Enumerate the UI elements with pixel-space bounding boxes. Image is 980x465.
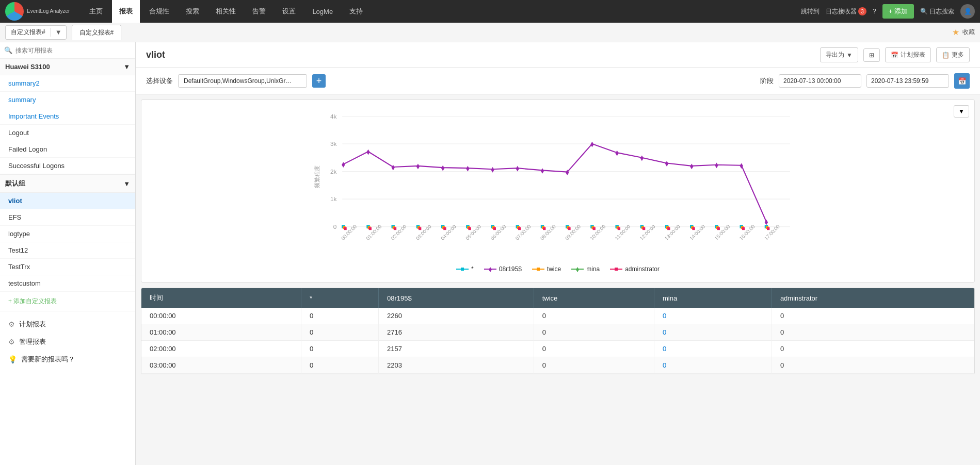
manage-reports-item[interactable]: ⚙ 管理报表 [5, 333, 130, 351]
svg-marker-35 [491, 167, 494, 173]
sidebar-group-huawei[interactable]: Huawei S3100 ▼ [0, 59, 135, 75]
sidebar-item-logtype[interactable]: logtype [0, 226, 135, 242]
cell-time: 02:00:00 [141, 341, 301, 357]
period-start-input[interactable] [779, 74, 861, 88]
content-area: vliot 导出为 ▼ ⊞ 📅 计划报表 📋 更多 [136, 42, 980, 465]
nav-home[interactable]: 主页 [82, 0, 110, 23]
star-icon[interactable]: ★ [952, 27, 959, 37]
cell-time: 01:00:00 [141, 324, 301, 341]
cell-v2: 0 [534, 357, 654, 374]
custom-report-tab[interactable]: 自定义报表# [72, 25, 122, 40]
sidebar: 🔍 Huawei S3100 ▼ summary2 summary Import… [0, 42, 136, 465]
jump-to[interactable]: 跳转到 [801, 7, 820, 16]
cell-v3[interactable]: 0 [654, 324, 772, 341]
log-search[interactable]: 🔍 日志搜索 [920, 7, 954, 16]
cell-star: 0 [301, 357, 379, 374]
cell-v3[interactable]: 0 [654, 308, 772, 324]
cell-v4: 0 [772, 308, 974, 324]
icon-action-button[interactable]: ⊞ [863, 48, 880, 62]
svg-marker-41 [640, 156, 644, 161]
filter-bar: 选择设备 + 阶段 📅 [136, 68, 980, 94]
period-label: 阶段 [760, 76, 774, 86]
cell-v2: 0 [534, 341, 654, 357]
log-receiver[interactable]: 日志接收器 3 [826, 7, 866, 16]
nav-reports[interactable]: 报表 [112, 0, 140, 23]
add-button[interactable]: + 添加 [882, 4, 914, 19]
nav-support[interactable]: 支持 [342, 0, 370, 23]
nav-correlation[interactable]: 相关性 [208, 0, 243, 23]
add-device-button[interactable]: + [312, 74, 326, 88]
nav-logme[interactable]: LogMe [305, 0, 340, 23]
sidebar-item-test12[interactable]: Test12 [0, 242, 135, 259]
sidebar-item-testtrx[interactable]: TestTrx [0, 259, 135, 275]
scheduled-reports-item[interactable]: ⚙ 计划报表 [5, 315, 130, 333]
sidebar-item-failed-logon[interactable]: Failed Logon [0, 141, 135, 158]
cell-v4: 0 [772, 324, 974, 341]
sidebar-search-input[interactable] [15, 47, 131, 54]
dropdown-arrow[interactable]: ▼ [51, 28, 66, 36]
collect-button[interactable]: 收藏 [962, 28, 975, 37]
svg-rect-99 [742, 227, 745, 230]
sub-navigation: 自定义报表# ▼ 自定义报表# ★ 收藏 [0, 23, 980, 42]
logo[interactable]: EventLog Analyzer [5, 2, 70, 21]
period-end-input[interactable] [866, 74, 949, 88]
col-08r195: 08r195$ [378, 288, 534, 308]
sidebar-item-testcustom[interactable]: testcustom [0, 275, 135, 292]
nav-search[interactable]: 搜索 [179, 0, 206, 23]
svg-rect-97 [692, 227, 695, 230]
cell-v1: 2203 [378, 357, 534, 374]
new-report-suggestion[interactable]: 💡 需要新的报表吗？ [5, 351, 130, 368]
svg-marker-39 [590, 142, 593, 147]
sidebar-item-vliot[interactable]: vliot [0, 193, 135, 209]
cell-v1: 2157 [378, 341, 534, 357]
top-navigation: EventLog Analyzer 主页 报表 合规性 搜索 相关性 告警 设置… [0, 0, 980, 23]
user-avatar[interactable]: 👤 [960, 4, 975, 19]
nav-compliance[interactable]: 合规性 [142, 0, 176, 23]
cell-time: 03:00:00 [141, 357, 301, 374]
sidebar-item-efs[interactable]: EFS [0, 209, 135, 226]
filter-label: 选择设备 [146, 76, 173, 86]
calendar-button[interactable]: 📅 [954, 73, 970, 89]
cell-v3[interactable]: 0 [654, 357, 772, 374]
schedule-report-button[interactable]: 📅 计划报表 [885, 47, 931, 62]
sidebar-item-successful-logons[interactable]: Successful Logons [0, 158, 135, 174]
svg-rect-93 [593, 227, 596, 230]
svg-rect-83 [344, 227, 346, 230]
device-filter-input[interactable] [178, 74, 307, 88]
nav-settings[interactable]: 设置 [275, 0, 303, 23]
chart-type-dropdown[interactable]: ▼ [954, 105, 969, 118]
sidebar-item-summary[interactable]: summary [0, 92, 135, 108]
svg-rect-88 [468, 227, 471, 230]
sidebar-item-logout[interactable]: Logout [0, 125, 135, 141]
sidebar-item-important-events[interactable]: Important Events [0, 108, 135, 125]
svg-text:0: 0 [333, 223, 337, 230]
table-row: 02:00:00 0 2157 0 0 0 [141, 341, 974, 357]
svg-rect-91 [543, 227, 545, 230]
cell-v2: 0 [534, 308, 654, 324]
nav-alerts[interactable]: 告警 [245, 0, 273, 23]
sidebar-group-default[interactable]: 默认组 ▼ [0, 174, 135, 193]
help-button[interactable]: ? [873, 8, 876, 15]
add-custom-report-button[interactable]: + 添加自定义报表 [0, 292, 135, 311]
svg-text:4k: 4k [330, 113, 337, 120]
export-button[interactable]: 导出为 ▼ [820, 47, 858, 62]
sidebar-item-summary2[interactable]: summary2 [0, 75, 135, 92]
group2-chevron: ▼ [123, 180, 130, 188]
export-chevron-icon: ▼ [846, 52, 853, 59]
data-table: 时间 * 08r195$ twice mina adminstrator 00:… [141, 288, 975, 374]
svg-marker-32 [416, 164, 420, 170]
more-button[interactable]: 📋 更多 [936, 47, 970, 62]
sidebar-search-area: 🔍 [0, 42, 135, 59]
svg-marker-33 [441, 165, 444, 171]
svg-rect-92 [568, 227, 570, 230]
gear-icon-scheduled: ⚙ [8, 320, 15, 328]
svg-marker-37 [541, 168, 544, 174]
svg-marker-104 [576, 267, 579, 272]
svg-marker-44 [715, 162, 718, 168]
chart-container: ▼ 4k 3k 2k 1k 0 频繁程度 00:00:00 01:00:00 [141, 99, 975, 283]
custom-report-dropdown[interactable]: 自定义报表# ▼ [5, 25, 67, 40]
col-star: * [301, 288, 379, 308]
dropdown-label: 自定义报表# [6, 28, 51, 37]
cell-v3[interactable]: 0 [654, 341, 772, 357]
table-row: 00:00:00 0 2260 0 0 0 [141, 308, 974, 324]
